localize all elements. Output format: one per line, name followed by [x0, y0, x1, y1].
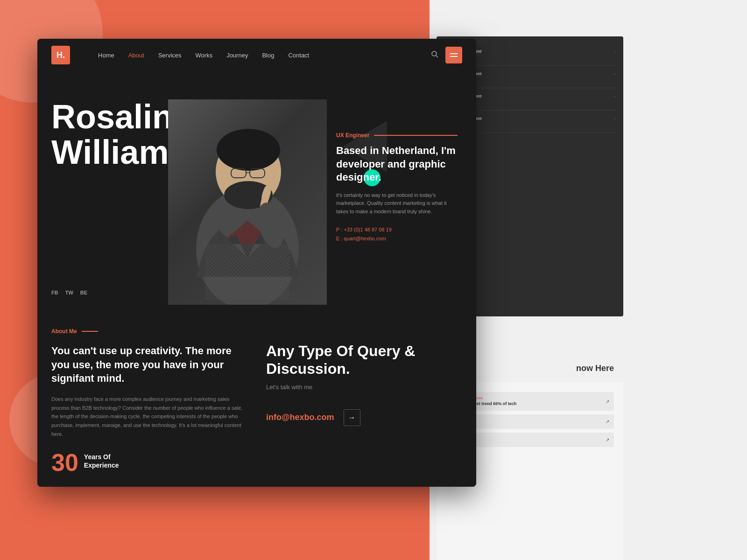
nav-journey[interactable]: Journey: [226, 52, 248, 59]
logo-box[interactable]: H.: [51, 46, 70, 64]
hero-description: it's certainly no way to get noticed in …: [336, 191, 458, 216]
person-image: [168, 99, 327, 305]
svg-rect-9: [205, 244, 289, 300]
hero-section: Rosalina William: [37, 71, 476, 305]
social-be[interactable]: BE: [80, 290, 87, 295]
nav-works[interactable]: Works: [196, 52, 213, 59]
bottom-card-arrow: ↗: [606, 419, 609, 424]
exp-line1: Years Of: [84, 453, 119, 461]
nav-contact[interactable]: Contact: [288, 52, 309, 59]
about-headline: You can't use up creativity. The more yo…: [51, 344, 247, 385]
svg-point-0: [432, 51, 437, 56]
hero-right-content: UX Engineer Based in Netherland, I'm dev…: [336, 132, 458, 244]
ux-label-text: UX Engineer: [336, 132, 369, 139]
exp-line2: Experience: [84, 461, 119, 469]
stacked-item-arrow: −: [613, 94, 616, 99]
stacked-item-arrow: −: [613, 49, 616, 54]
section-label-line: [82, 331, 98, 332]
about-left: About Me You can't use up creativity. Th…: [51, 328, 247, 475]
hero-tagline: Based in Netherland, I'm developer and g…: [336, 144, 458, 184]
stacked-item-arrow: −: [613, 71, 616, 77]
about-body: Does any industry face a more complex au…: [51, 395, 247, 438]
about-section: About Me You can't use up creativity. Th…: [37, 305, 476, 487]
section-label: About Me: [51, 328, 247, 335]
email-link-row: info@hexbo.com →: [266, 409, 462, 426]
menu-line-1: [450, 53, 458, 54]
nav-right: [431, 47, 462, 63]
social-tw[interactable]: TW: [65, 290, 73, 295]
nav-home[interactable]: Home: [98, 52, 114, 59]
nav-blog[interactable]: Blog: [262, 52, 274, 59]
ux-label-line: [374, 135, 458, 136]
svg-point-4: [217, 129, 280, 171]
person-silhouette: [168, 99, 327, 305]
ux-label: UX Engineer: [336, 132, 458, 139]
query-arrow[interactable]: →: [344, 409, 360, 426]
know-here-text: now Here: [567, 359, 623, 378]
query-email-link[interactable]: info@hexbo.com: [266, 413, 334, 422]
section-label-text: About Me: [51, 328, 77, 335]
stacked-item-arrow: −: [613, 116, 616, 121]
navbar: H. Home About Services Works Journey Blo…: [37, 39, 476, 71]
svg-line-1: [436, 56, 438, 57]
bottom-card-arrow: ↗: [606, 399, 609, 404]
menu-button[interactable]: [445, 47, 462, 63]
query-headline: Any Type Of Query & Discussion.: [266, 342, 462, 378]
search-icon[interactable]: [431, 50, 438, 60]
nav-about[interactable]: About: [128, 52, 144, 59]
secondary-window: business● web waft ●mondi Bloomberg Busi…: [430, 0, 747, 560]
query-subtext: Let's talk with me: [266, 384, 462, 391]
social-fb[interactable]: FB: [51, 290, 58, 295]
main-window: H. Home About Services Works Journey Blo…: [37, 39, 476, 487]
social-links: FB TW BE: [51, 290, 87, 295]
experience-number: 30: [51, 450, 78, 475]
hero-email-contact: E : quart@hexbo.com: [336, 234, 458, 244]
about-right: Any Type Of Query & Discussion. Let's ta…: [266, 328, 462, 475]
logo-letter: H.: [56, 50, 65, 60]
nav-links: Home About Services Works Journey Blog C…: [98, 52, 431, 59]
contact-info: P : +33 (0)1 48 87 08 19 E : quart@hexbo…: [336, 225, 458, 244]
experience-block: 30 Years Of Experience: [51, 450, 247, 475]
hero-phone: P : +33 (0)1 48 87 08 19: [336, 225, 458, 235]
bottom-card-arrow: ↗: [606, 437, 609, 442]
nav-services[interactable]: Services: [158, 52, 182, 59]
menu-line-2: [450, 56, 458, 57]
experience-label: Years Of Experience: [84, 450, 119, 469]
